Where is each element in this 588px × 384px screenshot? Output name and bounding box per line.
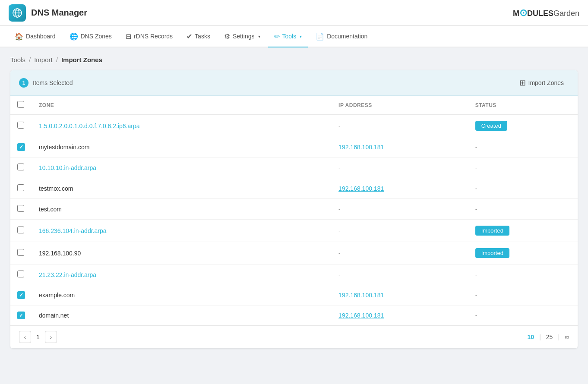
nav-dashboard[interactable]: 🏠 Dashboard — [9, 26, 62, 47]
row-ip: - — [332, 115, 468, 137]
table-row: domain.net192.168.100.181- — [10, 305, 578, 326]
table-row: 1.5.0.0.2.0.0.1.0.d.0.f.7.0.6.2.ip6.arpa… — [10, 115, 578, 137]
table-row: mytestdomain.com192.168.100.181- — [10, 137, 578, 157]
table-row: 192.168.100.90-Imported — [10, 242, 578, 264]
nav-dns-zones[interactable]: 🌐 DNS Zones — [63, 26, 118, 47]
row-checkbox-cell — [10, 157, 32, 178]
ip-link[interactable]: 192.168.100.181 — [338, 292, 384, 299]
table-row: 10.10.10.in-addr.arpa-- — [10, 157, 578, 178]
ip-dash: - — [338, 227, 341, 234]
status-badge: Created — [475, 121, 507, 131]
row-checkbox-checked[interactable] — [17, 312, 25, 319]
breadcrumb-tools[interactable]: Tools — [10, 56, 25, 63]
zone-link[interactable]: 10.10.10.in-addr.arpa — [39, 164, 96, 171]
page-size-25[interactable]: 25 — [546, 334, 553, 340]
row-zone: example.com — [32, 285, 332, 305]
ip-link[interactable]: 192.168.100.181 — [338, 185, 384, 192]
ip-dash: - — [338, 123, 341, 129]
row-zone: 1.5.0.0.2.0.0.1.0.d.0.f.7.0.6.2.ip6.arpa — [32, 115, 332, 137]
select-all-checkbox[interactable] — [17, 101, 24, 108]
nav-documentation[interactable]: 📄 Documentation — [310, 26, 373, 47]
breadcrumb-import[interactable]: Import — [34, 56, 53, 63]
row-checkbox-cell — [10, 242, 32, 264]
zones-table: ZONE IP ADDRESS STATUS 1.5.0.0.2.0.0.1.0… — [10, 96, 578, 325]
row-ip: - — [332, 242, 468, 264]
dns-zones-icon: 🌐 — [70, 32, 78, 41]
zone-link[interactable]: 166.236.104.in-addr.arpa — [39, 227, 106, 234]
row-status: - — [468, 305, 578, 326]
row-zone: 192.168.100.90 — [32, 242, 332, 264]
table-body: 1.5.0.0.2.0.0.1.0.d.0.f.7.0.6.2.ip6.arpa… — [10, 115, 578, 326]
ip-link[interactable]: 192.168.100.181 — [338, 144, 384, 151]
header-ip: IP ADDRESS — [332, 96, 468, 115]
row-checkbox[interactable] — [17, 184, 24, 191]
row-checkbox-cell — [10, 178, 32, 199]
zone-link[interactable]: 1.5.0.0.2.0.0.1.0.d.0.f.7.0.6.2.ip6.arpa — [39, 123, 140, 129]
row-status: - — [468, 285, 578, 305]
table-row: 21.23.22.in-addr.arpa-- — [10, 264, 578, 285]
row-checkbox-cell — [10, 137, 32, 157]
row-zone: 21.23.22.in-addr.arpa — [32, 264, 332, 285]
main-nav: 🏠 Dashboard 🌐 DNS Zones ⊟ rDNS Records ✔… — [0, 26, 588, 47]
nav-settings[interactable]: ⚙ Settings ▾ — [218, 26, 266, 47]
breadcrumb-sep-2: / — [56, 56, 58, 63]
ip-link[interactable]: 192.168.100.181 — [338, 312, 384, 319]
nav-tasks[interactable]: ✔ Tasks — [180, 26, 216, 47]
row-ip: - — [332, 220, 468, 242]
row-checkbox[interactable] — [17, 164, 24, 170]
row-checkbox-cell — [10, 285, 32, 305]
header-left: DNS Manager — [9, 4, 87, 22]
nav-rdns-label: rDNS Records — [134, 33, 173, 40]
row-checkbox[interactable] — [17, 249, 24, 256]
row-checkbox[interactable] — [17, 205, 24, 212]
import-zones-button[interactable]: ⊞ Import Zones — [514, 76, 569, 90]
import-btn-label: Import Zones — [528, 79, 564, 86]
table-header-row: ZONE IP ADDRESS STATUS — [10, 96, 578, 115]
table-row: 166.236.104.in-addr.arpa-Imported — [10, 220, 578, 242]
tools-chevron: ▾ — [300, 34, 302, 39]
page-size-all[interactable]: ∞ — [565, 334, 569, 340]
row-ip: 192.168.100.181 — [332, 285, 468, 305]
status-dash: - — [475, 312, 477, 319]
current-page: 1 — [35, 334, 41, 340]
rdns-icon: ⊟ — [126, 32, 131, 41]
logo-o: ⊙ — [519, 7, 527, 18]
row-checkbox-cell — [10, 305, 32, 326]
import-btn-icon: ⊞ — [519, 78, 526, 88]
app-title: DNS Manager — [31, 8, 87, 18]
logo-m: M — [513, 9, 519, 18]
modules-garden-logo: M⊙DULESGarden — [513, 7, 579, 19]
pagination: ‹ 1 › 10 | 25 | ∞ — [10, 325, 578, 348]
nav-tools[interactable]: ✏ Tools ▾ — [268, 26, 308, 47]
page-nav: ‹ 1 › — [19, 331, 57, 343]
nav-tools-label: Tools — [282, 33, 297, 40]
next-page-button[interactable]: › — [45, 331, 57, 343]
docs-icon: 📄 — [316, 32, 324, 41]
breadcrumb: Tools / Import / Import Zones — [10, 56, 578, 63]
zone-link[interactable]: 21.23.22.in-addr.arpa — [39, 271, 96, 278]
nav-dns-zones-label: DNS Zones — [81, 33, 112, 40]
status-dash: - — [475, 206, 477, 213]
selection-bar: 1 Items Selected ⊞ Import Zones — [10, 70, 578, 96]
header-zone: ZONE — [32, 96, 332, 115]
nav-rdns-records[interactable]: ⊟ rDNS Records — [120, 26, 179, 47]
table-header: ZONE IP ADDRESS STATUS — [10, 96, 578, 115]
row-checkbox-checked[interactable] — [17, 143, 25, 151]
row-checkbox[interactable] — [17, 271, 24, 277]
row-checkbox-cell — [10, 220, 32, 242]
tools-icon: ✏ — [274, 32, 280, 41]
ip-dash: - — [338, 250, 341, 257]
page-size-10[interactable]: 10 — [528, 334, 534, 340]
row-ip: 192.168.100.181 — [332, 178, 468, 199]
main-content: 1 Items Selected ⊞ Import Zones ZONE IP … — [0, 70, 588, 359]
status-dash: - — [475, 271, 477, 278]
row-checkbox[interactable] — [17, 122, 24, 129]
row-zone: mytestdomain.com — [32, 137, 332, 157]
prev-page-button[interactable]: ‹ — [19, 331, 31, 343]
row-checkbox[interactable] — [17, 227, 24, 233]
table-row: testmox.com192.168.100.181- — [10, 178, 578, 199]
logo-garden: Garden — [553, 9, 579, 18]
nav-settings-label: Settings — [233, 33, 255, 40]
row-checkbox-checked[interactable] — [17, 291, 25, 299]
zones-card: 1 Items Selected ⊞ Import Zones ZONE IP … — [10, 70, 578, 348]
